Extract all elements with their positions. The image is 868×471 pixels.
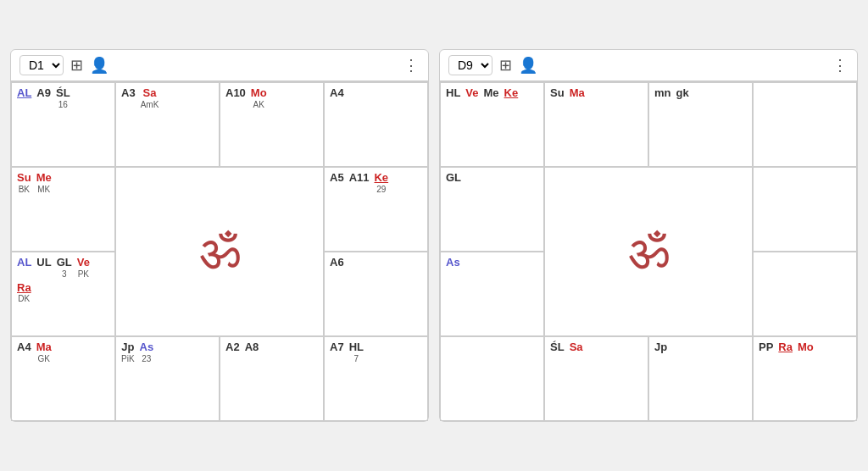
entry-text: As	[446, 256, 460, 269]
entry-text: Jp	[121, 341, 134, 354]
entry-text: Me	[36, 171, 52, 185]
entry-text: Ra	[778, 341, 793, 354]
entry-text: AL	[17, 256, 31, 269]
entry-text: A7	[330, 341, 344, 354]
entry-text: A11	[349, 171, 370, 185]
cell-entry: Sa	[570, 341, 583, 354]
cell-r1c4: A4	[324, 82, 428, 167]
entry-sub: 29	[376, 185, 386, 195]
cell-r1c4	[753, 82, 857, 167]
cell-r3c1: ALULGL3VePKRaDK	[11, 252, 115, 336]
cell-r3c4: A6	[324, 252, 428, 336]
cell-r1c2: A3SaAmK	[115, 82, 220, 167]
cell-entry: VePK	[77, 256, 90, 280]
entry-text: Jp	[654, 341, 667, 354]
cell-r1c3: mngk	[648, 82, 753, 167]
entry-text: GL	[446, 171, 461, 185]
entry-text: A2	[225, 341, 240, 354]
cell-r2c1: SuBKMeMK	[11, 167, 115, 252]
cell-entry: gk	[676, 86, 689, 100]
grid-icon[interactable]: ⊞	[70, 56, 83, 75]
entry-text: Ma	[36, 341, 52, 354]
title-select-d1[interactable]: D1	[19, 55, 64, 75]
cell-entry: ŚL	[550, 341, 565, 354]
entry-text: Ke	[374, 171, 388, 185]
user-icon[interactable]: 👤	[90, 56, 108, 75]
entry-sub: 3	[62, 269, 67, 280]
cell-entry: A4	[330, 86, 344, 100]
cell-entry: Ma	[570, 86, 585, 100]
entry-text: HL	[446, 86, 460, 100]
entry-text: ŚL	[56, 86, 70, 100]
menu-icon[interactable]: ⋮	[832, 56, 849, 75]
cell-entry: A3	[121, 86, 136, 110]
entry-sub: 7	[354, 354, 359, 364]
cell-entry: A8	[245, 341, 259, 354]
cell-entry: Ve	[465, 86, 478, 100]
cell-r4c3: Jp	[648, 336, 753, 421]
entry-text: A5	[330, 171, 344, 185]
menu-icon[interactable]: ⋮	[403, 56, 420, 75]
cell-r4c3: A2A8	[220, 336, 324, 421]
cell-entry: SaAmK	[141, 86, 159, 110]
cell-r4c4: A7HL7	[324, 336, 428, 421]
cell-entry: A4	[17, 341, 31, 364]
entry-text: A6	[330, 256, 344, 269]
cell-entry: A9	[36, 86, 51, 110]
cell-r4c4: PPRaMo	[753, 336, 857, 421]
entry-text: GL	[57, 256, 72, 269]
cell-r4c1: A4MaGK	[11, 336, 115, 421]
entry-text: As	[140, 341, 154, 354]
charts-container: D1⊞👤⋮ALA9ŚL16A3SaAmKA10MoAKA4SuBKMeMKॐA5…	[0, 39, 868, 432]
cell-entry: A2	[225, 341, 240, 354]
entry-text: Mo	[251, 86, 267, 100]
header-d9: D9⊞👤⋮	[440, 50, 857, 81]
entry-text: Ve	[465, 86, 478, 100]
entry-sub: 23	[142, 354, 151, 364]
cell-r1c1: HLVeMeKe	[440, 82, 544, 167]
entry-sub: PiK	[121, 354, 135, 364]
title-select-d9[interactable]: D9	[448, 55, 492, 75]
panel-d9: D9⊞👤⋮HLVeMeKeSuMamngkGLॐAsŚLSaJpPPRaMo	[439, 49, 858, 422]
user-icon[interactable]: 👤	[519, 56, 537, 75]
cell-entry: Mo	[798, 341, 814, 354]
header-d1: D1⊞👤⋮	[11, 50, 428, 81]
cell-entry: A5	[330, 171, 344, 195]
cell-entry: Ke29	[374, 171, 388, 195]
om-cell: ॐ	[115, 167, 324, 336]
cell-r2c4	[753, 167, 857, 252]
cell-entry: ŚL16	[56, 86, 70, 110]
grid-icon[interactable]: ⊞	[499, 56, 512, 75]
cell-r3c4	[753, 252, 857, 336]
entry-text: A10	[225, 86, 246, 100]
cell-r1c2: SuMa	[544, 82, 648, 167]
entry-text: Ve	[77, 256, 90, 269]
cell-entry: Ke	[504, 86, 519, 100]
cell-entry: HL	[446, 86, 460, 100]
entry-text: A4	[330, 86, 344, 100]
cell-entry: GL3	[57, 256, 72, 280]
panel-d1: D1⊞👤⋮ALA9ŚL16A3SaAmKA10MoAKA4SuBKMeMKॐA5…	[10, 49, 429, 422]
cell-r4c2: JpPiKAs23	[115, 336, 220, 421]
entry-text: Mo	[798, 341, 814, 354]
cell-entry: PP	[759, 341, 773, 354]
entry-sub: AK	[253, 100, 264, 110]
entry-text: ŚL	[550, 341, 565, 354]
entry-sub: PK	[78, 269, 89, 280]
entry-text: PP	[759, 341, 773, 354]
om-symbol: ॐ	[628, 227, 670, 276]
cell-entry: AL	[17, 256, 31, 280]
entry-text: A9	[36, 86, 51, 100]
cell-entry: As23	[140, 341, 154, 364]
cell-entry: GL	[446, 171, 461, 185]
entry-text: mn	[654, 86, 671, 100]
cell-r3c1: As	[440, 252, 544, 336]
om-symbol: ॐ	[199, 227, 241, 276]
entry-sub: DK	[18, 294, 30, 304]
entry-text: AL	[17, 86, 31, 100]
entry-text: Su	[17, 171, 31, 185]
cell-entry: A11	[349, 171, 370, 195]
entry-text: Ke	[504, 86, 519, 100]
cell-r4c1	[440, 336, 544, 421]
cell-entry: Ra	[778, 341, 793, 354]
